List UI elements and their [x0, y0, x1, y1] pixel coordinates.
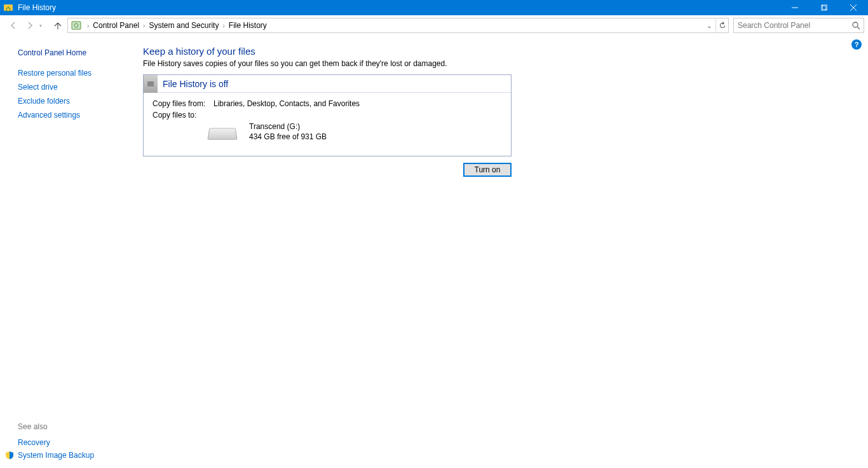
- title-bar: File History: [0, 0, 868, 15]
- sidebar-link-advanced-settings[interactable]: Advanced settings: [0, 108, 130, 122]
- navigation-toolbar: ▾ › Control Panel › System and Security …: [0, 15, 868, 34]
- sidebar-link-system-image-backup[interactable]: System Image Backup: [18, 449, 130, 462]
- page-subtitle: File History saves copies of your files …: [143, 59, 855, 68]
- copy-to-label: Copy files to:: [153, 111, 214, 120]
- address-dropdown-button[interactable]: ⌄: [703, 18, 715, 32]
- up-button[interactable]: [51, 18, 65, 32]
- svg-rect-3: [822, 4, 827, 10]
- sidebar-link-restore[interactable]: Restore personal files: [0, 66, 130, 80]
- link-label: Recovery: [18, 438, 50, 447]
- back-button[interactable]: [6, 18, 20, 32]
- sidebar-link-exclude-folders[interactable]: Exclude folders: [0, 94, 130, 108]
- main-content: ? Keep a history of your files File Hist…: [130, 34, 868, 468]
- link-label: System Image Backup: [18, 451, 94, 460]
- sidebar-link-recovery[interactable]: Recovery: [18, 436, 130, 449]
- copy-from-label: Copy files from:: [153, 99, 214, 108]
- drive-name: Transcend (G:): [249, 122, 327, 132]
- refresh-button[interactable]: [715, 18, 728, 32]
- page-title: Keep a history of your files: [143, 46, 855, 57]
- control-panel-home-link[interactable]: Control Panel Home: [0, 48, 130, 57]
- app-icon: [1, 0, 15, 15]
- location-icon: [70, 19, 83, 32]
- sidebar-link-select-drive[interactable]: Select drive: [0, 80, 130, 94]
- breadcrumb-item[interactable]: Control Panel: [92, 21, 140, 30]
- maximize-button[interactable]: [810, 0, 839, 15]
- status-panel: File History is off Copy files from: Lib…: [143, 74, 512, 156]
- see-also-label: See also: [18, 422, 130, 431]
- svg-rect-6: [72, 22, 81, 29]
- svg-rect-2: [821, 6, 826, 11]
- drive-icon: [207, 123, 238, 141]
- recent-locations-button[interactable]: ▾: [39, 23, 48, 29]
- search-box[interactable]: [733, 18, 864, 33]
- svg-line-9: [857, 27, 860, 29]
- status-icon: [144, 75, 158, 93]
- sidebar: Control Panel Home Restore personal file…: [0, 34, 130, 468]
- forward-button[interactable]: [23, 18, 37, 32]
- help-icon[interactable]: ?: [851, 39, 862, 50]
- shield-icon: [5, 451, 14, 460]
- search-icon[interactable]: [848, 21, 864, 30]
- close-button[interactable]: [839, 0, 868, 15]
- breadcrumb-item[interactable]: System and Security: [147, 21, 220, 30]
- svg-point-8: [853, 22, 858, 27]
- chevron-right-icon[interactable]: ›: [140, 22, 147, 29]
- window-title: File History: [18, 3, 56, 12]
- chevron-right-icon[interactable]: ›: [85, 22, 92, 29]
- svg-rect-10: [147, 81, 154, 86]
- address-bar[interactable]: › Control Panel › System and Security › …: [67, 18, 729, 33]
- breadcrumb-item[interactable]: File History: [227, 21, 268, 30]
- drive-free-space: 434 GB free of 931 GB: [249, 132, 327, 142]
- minimize-button[interactable]: [780, 0, 810, 15]
- copy-from-value: Libraries, Desktop, Contacts, and Favori…: [214, 99, 360, 108]
- search-input[interactable]: [734, 21, 848, 30]
- turn-on-button[interactable]: Turn on: [463, 163, 512, 177]
- chevron-right-icon[interactable]: ›: [220, 22, 227, 29]
- status-title: File History is off: [158, 79, 228, 89]
